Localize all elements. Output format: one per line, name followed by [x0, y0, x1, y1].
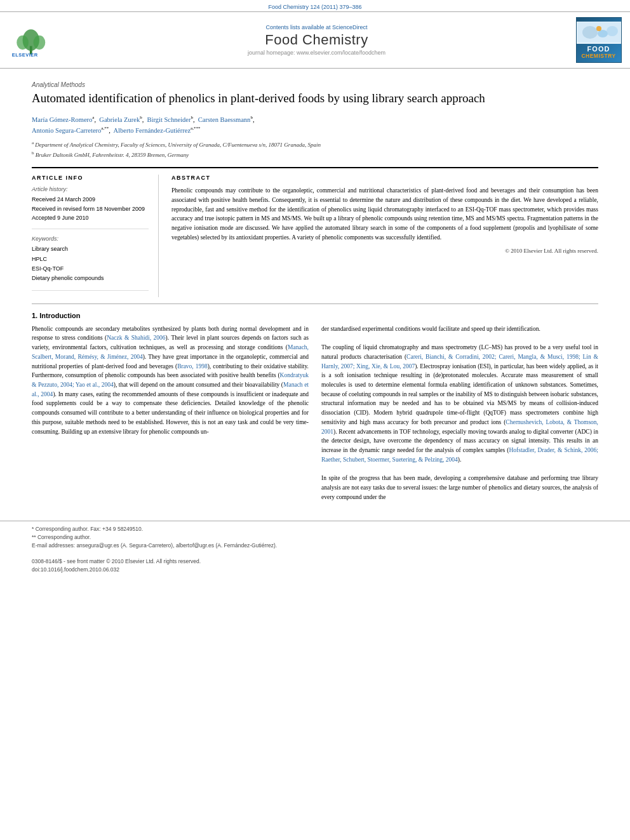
intro-left-col: Phenolic compounds are secondary metabol… [32, 324, 309, 502]
author-2: Gabriela Zurek [99, 116, 140, 123]
section-label: Analytical Methods [32, 81, 598, 88]
keyword-3: ESI-Qq-TOF [32, 264, 149, 274]
author-3: Birgit Schneider [147, 116, 191, 123]
elsevier-logo: ELSEVIER [8, 22, 58, 58]
author-6: Alberto Fernández-Gutiérrez [114, 126, 191, 133]
article-history: Article history: Received 24 March 2009 … [32, 186, 149, 229]
ref-kondra[interactable]: Kondratyuk & Pezzuto, 2004; Yao et al., … [32, 372, 309, 388]
svg-point-3 [33, 36, 45, 50]
ref-hofstadler[interactable]: Hofstadler, Drader, & Schink, 2006; Raet… [321, 447, 598, 463]
fc-logo-box: FOOD CHEMISTRY [576, 17, 622, 63]
keywords-label: Keywords: [32, 236, 149, 242]
article-info-abstract: ARTICLE INFO Article history: Received 2… [32, 167, 598, 297]
sciencedirect-line: Contents lists available at ScienceDirec… [65, 24, 568, 30]
main-content: Analytical Methods Automated identificat… [0, 69, 630, 508]
introduction-section: 1. Introduction Phenolic compounds are s… [32, 312, 598, 502]
fc-logo-food-text: FOOD [587, 45, 610, 53]
intro-para-right-2: The coupling of liquid chromatography an… [321, 343, 598, 464]
ref-chernushevich[interactable]: Chernushevich, Lobota, & Thomson, 2001 [321, 419, 598, 435]
abstract-text: Phenolic compounds may contribute to the… [171, 186, 598, 242]
footer-email: E-mail addresses: ansegura@ugr.es (A. Se… [32, 542, 598, 550]
ref-manach1[interactable]: Manach, Scalbert, Morand, Rémésy, & Jimé… [32, 344, 309, 360]
affiliation-b: b Bruker Daltonik GmbH, Fahrenheitstr. 4… [32, 150, 598, 160]
keyword-2: HPLC [32, 255, 149, 264]
keyword-4: Dietary phenolic compounds [32, 274, 149, 283]
intro-para-left-1: Phenolic compounds are secondary metabol… [32, 324, 309, 437]
footer-doi: doi:10.1016/j.foodchem.2010.06.032 [32, 566, 598, 574]
svg-point-6 [582, 26, 598, 39]
date-revised: Received in revised form 18 November 200… [32, 204, 149, 213]
journal-homepage: journal homepage: www.elsevier.com/locat… [65, 50, 568, 56]
footer-license: 0308-8146/$ - see front matter © 2010 El… [32, 557, 598, 566]
footer-notes: * Corresponding author. Fax: +34 9 58249… [32, 525, 598, 574]
footer-note-1: * Corresponding author. Fax: +34 9 58249… [32, 525, 598, 533]
affiliation-a: a Department of Analytical Chemistry, Fa… [32, 140, 598, 150]
affiliations: a Department of Analytical Chemistry, Fa… [32, 140, 598, 159]
author-5: Antonio Segura-Carretero [32, 126, 101, 133]
keyword-1: Library search [32, 244, 149, 254]
intro-right-col: der standardised experimental conditions… [321, 324, 598, 502]
journal-title: Food Chemistry [65, 32, 568, 48]
ref-bravo[interactable]: Bravo, 1998 [177, 363, 208, 370]
article-info-heading: ARTICLE INFO [32, 175, 149, 181]
journal-citation: Food Chemistry 124 (2011) 379–386 [0, 0, 630, 11]
journal-title-center: Contents lists available at ScienceDirec… [65, 24, 568, 56]
author-1: María Gómez-Romero [32, 116, 92, 123]
author-4: Carsten Baessmann [198, 116, 251, 123]
intro-para-right-1: der standardised experimental conditions… [321, 324, 598, 334]
svg-point-9 [596, 26, 601, 31]
footer: * Corresponding author. Fax: +34 9 58249… [0, 521, 630, 580]
fc-logo-image [577, 22, 621, 44]
footer-note-2: ** Corresponding author. [32, 533, 598, 542]
paper-title: Automated identification of phenolics in… [32, 91, 598, 107]
intro-para-right-3: In spite of the progress that has been m… [321, 474, 598, 502]
abstract-col: ABSTRACT Phenolic compounds may contribu… [171, 175, 598, 297]
sciencedirect-link-text[interactable]: ScienceDirect [332, 24, 368, 30]
ref-naczk[interactable]: Naczk & Shahidi, 2006 [107, 335, 165, 341]
section-divider [32, 303, 598, 304]
date-received: Received 24 March 2009 [32, 195, 149, 204]
keywords-section: Keywords: Library search HPLC ESI-Qq-TOF… [32, 236, 149, 290]
elsevier-svg-icon: ELSEVIER [10, 22, 57, 58]
fc-logo-chemistry-text: CHEMISTRY [581, 53, 615, 59]
history-label: Article history: [32, 186, 149, 192]
intro-title: 1. Introduction [32, 312, 598, 319]
journal-header: ELSEVIER Contents lists available at Sci… [0, 11, 630, 69]
copyright-line: © 2010 Elsevier Ltd. All rights reserved… [171, 248, 598, 254]
abstract-heading: ABSTRACT [171, 175, 598, 181]
svg-point-8 [607, 26, 618, 36]
contents-text: Contents lists available at [265, 24, 330, 30]
journal-citation-text: Food Chemistry 124 (2011) 379–386 [268, 4, 361, 10]
svg-text:ELSEVIER: ELSEVIER [11, 52, 37, 58]
date-accepted: Accepted 9 June 2010 [32, 213, 149, 222]
keyword-list: Library search HPLC ESI-Qq-TOF Dietary p… [32, 244, 149, 283]
ref-careri1[interactable]: Careri, Bianchi, & Corradini, 2002; Care… [321, 354, 598, 370]
authors-line: María Gómez-Romeroa, Gabriela Zurekb, Bi… [32, 114, 598, 137]
food-chemistry-logo-container: FOOD CHEMISTRY [575, 17, 622, 63]
intro-body-cols: Phenolic compounds are secondary metabol… [32, 324, 598, 502]
article-info-col: ARTICLE INFO Article history: Received 2… [32, 175, 159, 297]
svg-point-2 [17, 36, 29, 50]
